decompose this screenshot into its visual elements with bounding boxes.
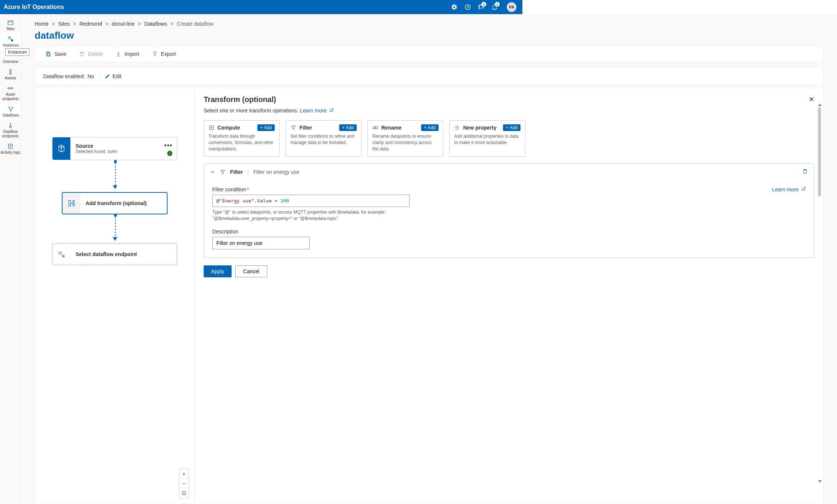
add-filter-button[interactable]: +Add bbox=[339, 124, 357, 131]
svg-point-4 bbox=[8, 87, 10, 89]
notifications-bell-icon[interactable]: 1 bbox=[491, 4, 498, 10]
dataflows-icon bbox=[7, 106, 14, 112]
breadcrumb-current: Create dataflow bbox=[177, 21, 213, 27]
filter-icon bbox=[290, 125, 296, 131]
filter-hint: Type "@" to select datapoints, or access… bbox=[212, 209, 413, 222]
filter-condition-label: Filter condition* bbox=[212, 186, 249, 192]
save-button[interactable]: Save bbox=[45, 51, 66, 57]
settings-gear-icon[interactable] bbox=[451, 4, 458, 10]
user-avatar[interactable]: PA bbox=[507, 2, 516, 12]
op-card-filter: Filter +Add Set filter conditions to ref… bbox=[286, 120, 362, 157]
chevron-down-icon[interactable] bbox=[210, 169, 215, 175]
svg-rect-20 bbox=[376, 127, 378, 128]
rename-icon bbox=[372, 125, 378, 131]
app-title: Azure IoT Operations bbox=[4, 4, 64, 10]
op-card-rename: Rename +Add Rename datapoints to ensure … bbox=[367, 120, 443, 157]
activity-logs-icon bbox=[7, 143, 14, 150]
sites-icon bbox=[7, 19, 14, 26]
sidebar-item-asset-endpoints[interactable]: Asset endpoints bbox=[0, 83, 21, 103]
add-rename-button[interactable]: +Add bbox=[421, 124, 439, 131]
edit-button[interactable]: Edit bbox=[99, 73, 121, 79]
sidebar-item-assets[interactable]: Assets bbox=[0, 66, 21, 83]
feedback-icon[interactable]: 1 bbox=[478, 4, 484, 10]
panel-subtitle: Select one or more transform operations.… bbox=[204, 108, 522, 114]
node-title: Select dataflow endpoint bbox=[76, 251, 172, 257]
svg-point-22 bbox=[455, 127, 455, 128]
op-card-compute: Compute +Add Transform data through conv… bbox=[204, 120, 280, 157]
toolbar: Save Delete Import Export bbox=[35, 46, 522, 62]
feedback-badge: 1 bbox=[481, 2, 486, 7]
cancel-button[interactable]: Cancel bbox=[235, 265, 267, 277]
breadcrumb-link[interactable]: Dataflows bbox=[144, 21, 167, 27]
help-icon[interactable] bbox=[464, 4, 471, 10]
svg-point-23 bbox=[455, 129, 455, 129]
delete-icon bbox=[79, 51, 85, 57]
breadcrumb-link[interactable]: Sites bbox=[58, 21, 70, 27]
svg-point-21 bbox=[455, 126, 455, 126]
svg-point-9 bbox=[10, 123, 11, 124]
sidebar-item-activity-logs[interactable]: Activity logs bbox=[0, 141, 21, 157]
connector-line bbox=[115, 217, 116, 237]
sidebar-item-label: Asset endpoints bbox=[0, 92, 21, 101]
app-header: Azure IoT Operations 1 1 PA bbox=[0, 0, 522, 14]
node-menu-icon[interactable]: ••• bbox=[164, 142, 172, 150]
node-endpoint[interactable]: Select dataflow endpoint bbox=[52, 243, 177, 265]
svg-point-3 bbox=[10, 73, 12, 74]
export-button[interactable]: Export bbox=[152, 51, 176, 57]
node-title: Source bbox=[76, 143, 172, 149]
svg-rect-19 bbox=[373, 127, 375, 128]
compute-icon bbox=[209, 125, 214, 131]
sidebar-item-label: Overview bbox=[3, 60, 18, 64]
connector-dot bbox=[114, 160, 117, 163]
description-input[interactable] bbox=[212, 237, 310, 249]
bell-badge: 1 bbox=[495, 2, 500, 7]
edit-pencil-icon bbox=[105, 74, 110, 79]
breadcrumb-link[interactable]: Home bbox=[35, 21, 48, 27]
node-title: Add transform (optional) bbox=[86, 200, 162, 206]
cube-icon bbox=[57, 144, 66, 153]
canvas-pane[interactable]: Source Selected Asset: oven ••• Add tran… bbox=[35, 89, 195, 315]
sidebar-item-instances[interactable]: Instances bbox=[0, 34, 21, 50]
learn-more-link[interactable]: Learn more bbox=[300, 108, 333, 114]
filter-head[interactable]: Filter | Filter on energy use bbox=[204, 164, 522, 180]
sidebar-item-label: Dataflows bbox=[3, 113, 19, 118]
op-card-newprop: New property +Add Add additional propert… bbox=[449, 120, 522, 157]
filter-icon bbox=[220, 169, 226, 175]
breadcrumb-link[interactable]: donut-line bbox=[112, 21, 135, 27]
import-button[interactable]: Import bbox=[115, 51, 139, 57]
detail-pane: Transform (optional) ✕ Select one or mor… bbox=[195, 89, 522, 315]
connector-arrow-icon bbox=[113, 237, 117, 241]
svg-point-14 bbox=[59, 252, 61, 254]
add-compute-button[interactable]: +Add bbox=[257, 124, 275, 131]
sidebar-item-label: Assets bbox=[5, 76, 16, 80]
save-icon bbox=[45, 51, 51, 57]
node-subtitle: Selected Asset: oven bbox=[76, 149, 172, 154]
apply-button[interactable]: Apply bbox=[204, 265, 232, 277]
sidebar-item-dataflows[interactable]: Dataflows bbox=[0, 103, 21, 120]
status-row: Dataflow enabled: No Edit bbox=[35, 67, 522, 85]
delete-button: Delete bbox=[79, 51, 103, 57]
left-sidebar: Sites Instances Overview Assets Asset en… bbox=[0, 14, 21, 315]
sidebar-item-sites[interactable]: Sites bbox=[0, 17, 21, 34]
panel-title: Transform (optional) bbox=[204, 95, 276, 104]
sidebar-item-label: Activity logs bbox=[1, 150, 20, 155]
svg-point-8 bbox=[10, 110, 12, 111]
connector-arrow-icon bbox=[113, 185, 117, 189]
filter-condition-input[interactable]: @"Energy use".Value > 200 bbox=[212, 195, 410, 207]
check-icon bbox=[167, 151, 172, 156]
svg-rect-10 bbox=[10, 126, 12, 128]
transform-icon bbox=[68, 200, 75, 207]
sidebar-item-dataflow-endpoints[interactable]: Dataflow endpoints bbox=[0, 120, 21, 141]
description-label: Description bbox=[212, 229, 522, 235]
connector-line bbox=[115, 163, 116, 185]
node-source[interactable]: Source Selected Asset: oven ••• bbox=[52, 137, 177, 160]
main-content: Home > Sites > Redmond > donut-line > Da… bbox=[21, 14, 522, 315]
breadcrumb-link[interactable]: Redmond bbox=[79, 21, 102, 27]
node-transform[interactable]: Add transform (optional) bbox=[62, 192, 168, 214]
external-link-icon bbox=[329, 108, 334, 112]
import-icon bbox=[115, 51, 121, 57]
add-newprop-button[interactable]: +Add bbox=[503, 124, 521, 131]
status-label: Dataflow enabled: No bbox=[43, 73, 94, 79]
asset-endpoints-icon bbox=[7, 85, 14, 92]
instances-icon bbox=[7, 36, 14, 42]
